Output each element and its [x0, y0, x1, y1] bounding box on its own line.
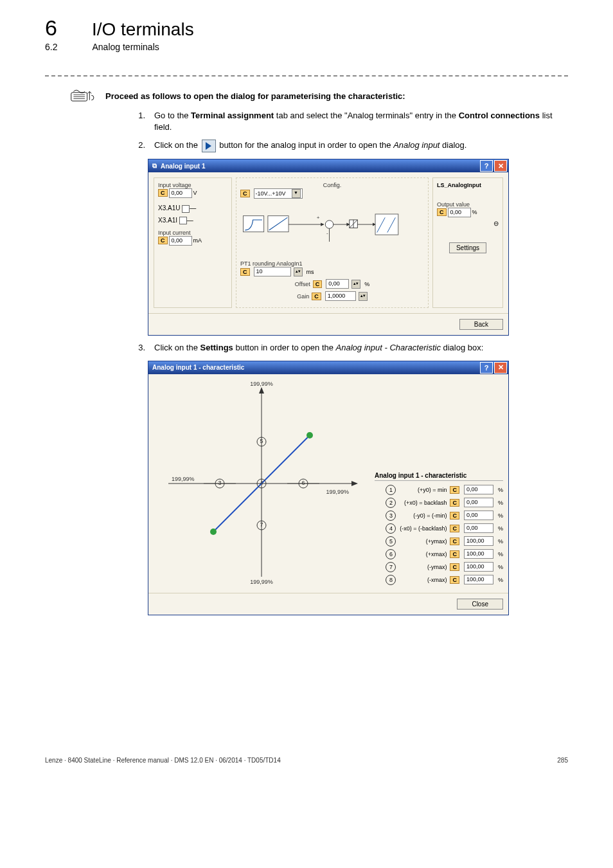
output-panel: LS_AnalogInput Output value C0,00% ⊖ Set…	[432, 177, 503, 308]
svg-point-23	[306, 432, 313, 439]
input-current-unit: mA	[193, 237, 202, 244]
param-unit: %	[498, 487, 503, 493]
code-badge[interactable]: C	[450, 550, 459, 558]
svg-text:6: 6	[301, 480, 305, 486]
param-value-field[interactable]: 0,00	[464, 485, 493, 494]
param-label: (-ymax)	[399, 564, 447, 570]
input-current-field[interactable]: 0,00	[169, 236, 192, 246]
svg-text:199,99%: 199,99%	[250, 381, 273, 387]
step-1-text: Go to the Terminal assignment tab and se…	[154, 110, 568, 133]
output-value-field[interactable]: 0,00	[448, 208, 471, 217]
param-index-circle: 3	[386, 511, 396, 521]
code-badge[interactable]: C	[437, 208, 447, 216]
spinner-icon[interactable]: ▴▾	[359, 292, 368, 301]
code-badge[interactable]: C	[450, 538, 459, 545]
code-badge[interactable]: C	[450, 525, 459, 532]
param-value-field[interactable]: 0,00	[464, 523, 493, 533]
param-label: (+y0) = min	[399, 487, 447, 493]
help-button[interactable]: ?	[480, 362, 493, 374]
code-badge[interactable]: C	[450, 512, 459, 520]
instruction-heading: Proceed as follows to open the dialog fo…	[105, 91, 405, 101]
pt1-unit: ms	[306, 269, 314, 275]
dialog2-titlebar: Analog input 1 - characteristic ? ✕	[148, 361, 508, 374]
code-badge[interactable]: C	[313, 280, 323, 288]
config-panel: Config. C -10V...+10V ▼	[236, 177, 429, 308]
offset-field[interactable]: 0,00	[326, 279, 349, 289]
section-title: Analog terminals	[92, 42, 159, 52]
param-value-field[interactable]: 100,00	[464, 575, 493, 584]
param-index-circle: 7	[386, 562, 396, 572]
step-number-3: 3.	[135, 342, 145, 354]
svg-text:5: 5	[260, 438, 263, 444]
offset-label: Offset	[295, 281, 310, 287]
param-label: (+x0) = backlash	[399, 500, 447, 506]
signal-chain-diagram: + -	[240, 201, 424, 259]
svg-text:3: 3	[218, 480, 221, 486]
gain-field[interactable]: 1,0000	[325, 291, 356, 301]
code-badge[interactable]: C	[312, 293, 321, 300]
input-panel: Input voltage C0,00V X3.A1U — X3.A1I — I…	[154, 177, 232, 308]
param-unit: %	[498, 538, 503, 545]
param-index-circle: 8	[386, 575, 396, 585]
code-badge[interactable]: C	[240, 268, 250, 276]
close-button[interactable]: ✕	[494, 362, 507, 374]
param-label: (-x0) = (-backlash)	[399, 525, 447, 532]
code-badge[interactable]: C	[450, 486, 459, 494]
code-badge[interactable]: C	[158, 189, 168, 197]
svg-marker-19	[259, 387, 264, 393]
code-badge[interactable]: C	[450, 563, 459, 571]
svg-text:4: 4	[260, 480, 263, 486]
code-badge[interactable]: C	[450, 499, 459, 507]
spinner-icon[interactable]: ▴▾	[294, 267, 303, 276]
x3a1i-checkbox[interactable]	[179, 217, 187, 224]
close-dialog-button[interactable]: Close	[457, 599, 503, 610]
characteristic-chart: 199,99% 199,99% 199,99% 199,99% 5 3	[159, 381, 364, 586]
param-value-field[interactable]: 100,00	[464, 562, 493, 572]
param-group-title: Analog input 1 - characteristic	[375, 472, 503, 481]
code-badge[interactable]: C	[240, 190, 250, 197]
param-value-field[interactable]: 0,00	[464, 498, 493, 507]
function-block-title: LS_AnalogInput	[437, 182, 499, 188]
param-index-circle: 2	[386, 498, 396, 508]
svg-text:199,99%: 199,99%	[326, 489, 349, 495]
svg-text:-: -	[326, 231, 328, 237]
dialog2-title: Analog input 1 - characteristic	[152, 364, 244, 371]
param-index-circle: 4	[386, 523, 396, 534]
output-connector-icon: ⊖	[437, 220, 499, 227]
x3a1u-label: X3.A1U	[158, 204, 180, 212]
procedure-icon	[71, 88, 99, 104]
code-badge[interactable]: C	[158, 237, 168, 244]
param-value-field[interactable]: 0,00	[464, 511, 493, 520]
pt1-label: PT1 rounding AnalogIn1	[240, 260, 424, 267]
analog-input-dialog: ⧉ Analog input 1 ? ✕ Input voltage C0,00…	[148, 159, 509, 336]
settings-button[interactable]: Settings	[449, 242, 486, 253]
spinner-icon[interactable]: ▴▾	[351, 280, 360, 289]
characteristic-param-row: 1(+y0) = minC0,00%	[375, 485, 503, 495]
output-value-unit: %	[472, 209, 477, 215]
dialog1-titlebar: ⧉ Analog input 1 ? ✕	[148, 159, 508, 172]
help-button[interactable]: ?	[480, 160, 493, 172]
code-badge[interactable]: C	[450, 576, 459, 584]
x3a1u-checkbox[interactable]	[182, 205, 190, 213]
param-unit: %	[498, 525, 503, 532]
step-3-text: Click on the Settings button in order to…	[154, 342, 568, 354]
svg-text:199,99%: 199,99%	[250, 579, 273, 585]
svg-rect-17	[375, 214, 398, 235]
signal-flow-icon: ⧉	[152, 162, 157, 170]
config-dropdown[interactable]: -10V...+10V ▼	[254, 188, 303, 199]
param-label: (+ymax)	[399, 538, 447, 545]
pt1-field[interactable]: 10	[254, 267, 291, 276]
back-button[interactable]: Back	[459, 319, 503, 330]
param-unit: %	[498, 500, 503, 506]
chevron-down-icon: ▼	[292, 189, 301, 198]
input-voltage-label: Input voltage	[158, 182, 227, 188]
close-button[interactable]: ✕	[494, 160, 507, 172]
param-index-circle: 6	[386, 549, 396, 559]
characteristic-param-row: 5(+ymax)C100,00%	[375, 536, 503, 547]
input-voltage-field[interactable]: 0,00	[169, 188, 192, 198]
param-value-field[interactable]: 100,00	[464, 536, 493, 546]
input-current-label: Input current	[158, 230, 227, 236]
param-value-field[interactable]: 100,00	[464, 549, 493, 559]
param-index-circle: 5	[386, 536, 396, 547]
play-icon	[202, 140, 216, 152]
